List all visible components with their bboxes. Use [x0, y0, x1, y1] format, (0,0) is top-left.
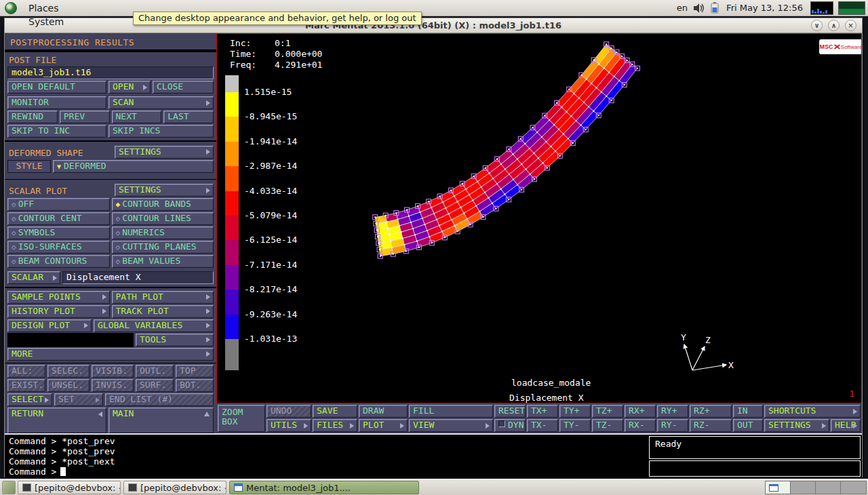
keyboard-layout-indicator[interactable]: en	[677, 3, 688, 13]
volume-icon[interactable]	[692, 3, 706, 14]
symbols-button[interactable]: SYMBOLS	[7, 226, 110, 239]
zoom-box-button[interactable]: ZOOM BOX	[218, 405, 265, 432]
fill-button[interactable]: FILL	[409, 405, 493, 418]
clock[interactable]: Fri May 13, 12:56	[724, 3, 806, 13]
system-monitor-applet[interactable]	[810, 1, 833, 15]
draw-button[interactable]: DRAW	[359, 405, 408, 418]
ty-minus-button[interactable]: TY-	[559, 419, 591, 432]
exist-button[interactable]: EXIST.	[7, 379, 45, 392]
tz-minus-button[interactable]: TZ-	[592, 419, 623, 432]
scalar-button[interactable]: SCALAR	[7, 271, 60, 284]
main-button[interactable]: MAIN	[108, 408, 214, 433]
post-file-field[interactable]: model3_job1.t16	[7, 66, 214, 79]
path-plot-button[interactable]: PATH PLOT	[112, 291, 214, 304]
more-button[interactable]: MORE	[7, 348, 214, 361]
design-plot-button[interactable]: DESIGN PLOT	[7, 319, 92, 332]
graphics-viewport[interactable]: Inc:0:1 Time:0.000e+00 Freq:4.291e+01	[216, 33, 862, 403]
rx-minus-button[interactable]: RX-	[625, 419, 656, 432]
ry-plus-button[interactable]: RY+	[657, 405, 688, 418]
skip-incs-button[interactable]: SKIP INCS	[108, 125, 214, 138]
invis-button[interactable]: INVIS.	[92, 379, 134, 392]
contour-cent-button[interactable]: CONTOUR CENT	[7, 212, 110, 225]
surf-button[interactable]: SURF.	[136, 379, 174, 392]
contour-bands-button[interactable]: CONTOUR BANDS	[112, 198, 214, 211]
battery-icon[interactable]	[711, 2, 719, 14]
top-button[interactable]: TOP	[176, 365, 214, 378]
scan-button[interactable]: SCAN	[108, 96, 214, 109]
ry-minus-button[interactable]: RY-	[657, 419, 688, 432]
workspace-3[interactable]	[816, 481, 841, 494]
settings-button[interactable]: SETTINGS	[764, 419, 829, 432]
monitor-button[interactable]: MONITOR	[7, 96, 106, 109]
tx-plus-button[interactable]: TX+	[527, 405, 558, 418]
utils-button[interactable]: UTILS	[267, 419, 311, 432]
tz-plus-button[interactable]: TZ+	[592, 405, 623, 418]
shortcuts-button[interactable]: SHORTCUTS	[764, 405, 861, 418]
help-button[interactable]: HELP	[831, 419, 861, 432]
ty-plus-button[interactable]: TY+	[559, 405, 591, 418]
all-button[interactable]: ALL:	[7, 365, 45, 378]
global-variables-button[interactable]: GLOBAL VARIABLES	[94, 319, 214, 332]
sample-points-button[interactable]: SAMPLE POINTS	[7, 291, 110, 304]
taskbar-task-mentat-model3-job1[interactable]: Mentat: model3_job1....	[229, 481, 419, 494]
taskbar-task-pepito-debvbox[interactable]: [pepito@debvbox: ~]	[18, 481, 121, 494]
outl-button[interactable]: OUTL.	[136, 365, 174, 378]
reset-view-button[interactable]: RESET VIEW	[494, 405, 526, 418]
workspace-4[interactable]	[841, 481, 866, 494]
workspace-1[interactable]	[766, 481, 791, 494]
open-button[interactable]: OPEN	[108, 81, 151, 94]
places-button[interactable]: Places	[22, 1, 93, 15]
visib-button[interactable]: VISIB.	[92, 365, 134, 378]
rz-minus-button[interactable]: RZ-	[690, 419, 732, 432]
zoom-in-button[interactable]: IN	[733, 405, 763, 418]
off-button[interactable]: OFF	[7, 198, 110, 211]
show-desktop-button[interactable]	[2, 481, 16, 494]
set-button[interactable]: SET	[54, 393, 103, 406]
zoom-out-button[interactable]: OUT	[733, 419, 763, 432]
cutting-planes-button[interactable]: CUTTING PLANES	[112, 241, 214, 254]
scalar-value-field[interactable]: Displacement X	[62, 271, 214, 284]
track-plot-button[interactable]: TRACK PLOT	[112, 305, 214, 318]
deformed-style-dropdown[interactable]: DEFORMED	[53, 160, 214, 173]
scalar-settings-button[interactable]: SETTINGS	[115, 184, 214, 197]
numerics-button[interactable]: NUMERICS	[112, 226, 214, 239]
plot-button[interactable]: PLOT	[359, 419, 408, 432]
save-button[interactable]: SAVE	[313, 405, 357, 418]
history-plot-button[interactable]: HISTORY PLOT	[7, 305, 110, 318]
bot-button[interactable]: BOT.	[176, 379, 214, 392]
rx-plus-button[interactable]: RX+	[625, 405, 656, 418]
next-button[interactable]: NEXT	[112, 111, 162, 123]
selec-button[interactable]: SELEC.	[47, 365, 90, 378]
last-button[interactable]: LAST	[163, 111, 214, 123]
minimize-button[interactable]: ∨	[811, 20, 823, 31]
system-button[interactable]: System	[22, 15, 93, 28]
close-button[interactable]: ×	[845, 20, 856, 31]
workspace-2[interactable]	[791, 481, 816, 494]
tools-button[interactable]: TOOLS	[136, 334, 214, 346]
command-console[interactable]: Command > *post_prev Command > *post_pre…	[5, 433, 862, 478]
tx-minus-button[interactable]: TX-	[527, 419, 558, 432]
undo-button[interactable]: UNDO	[267, 405, 311, 418]
network-monitor-applet[interactable]	[838, 1, 865, 15]
iso-surfaces-button[interactable]: ISO-SURFACES	[7, 241, 110, 254]
contour-lines-button[interactable]: CONTOUR LINES	[112, 212, 214, 225]
view-button[interactable]: VIEW	[409, 419, 493, 432]
select-button[interactable]: SELECT	[7, 393, 52, 406]
close-button[interactable]: CLOSE	[153, 81, 214, 94]
skip-to-inc-button[interactable]: SKIP TO INC	[7, 125, 106, 138]
maximize-button[interactable]: ∧	[828, 20, 840, 31]
dyn-model-toggle[interactable]: DYN. MODEL	[494, 419, 526, 432]
rz-plus-button[interactable]: RZ+	[690, 405, 732, 418]
rewind-button[interactable]: REWIND	[7, 111, 58, 123]
distro-menu-icon[interactable]	[5, 2, 17, 14]
taskbar-task-pepito-debvbox[interactable]: [pepito@debvbox: ~]	[123, 481, 226, 494]
deformed-settings-button[interactable]: SETTINGS	[115, 146, 214, 159]
end-list-button[interactable]: END LIST (#)	[105, 393, 214, 406]
beam-values-button[interactable]: BEAM VALUES	[112, 255, 214, 268]
files-button[interactable]: FILES	[313, 419, 357, 432]
open-default-button[interactable]: OPEN DEFAULT	[7, 81, 106, 94]
beam-contours-button[interactable]: BEAM CONTOURS	[7, 255, 110, 268]
unsel-button[interactable]: UNSEL.	[47, 379, 90, 392]
prev-button[interactable]: PREV	[60, 111, 110, 123]
return-button[interactable]: RETURN	[7, 408, 106, 433]
